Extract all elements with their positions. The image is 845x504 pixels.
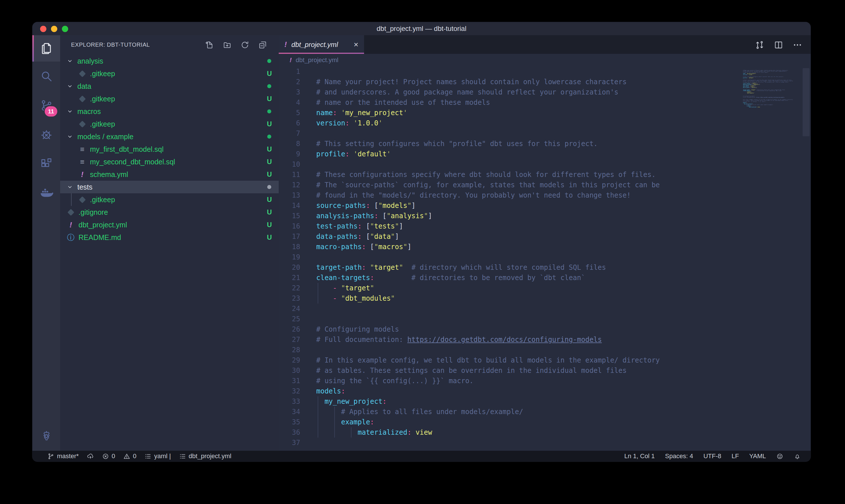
code-line-18[interactable]: macro-paths: ["macros"] [316, 242, 411, 252]
code-line-22[interactable]: - "target" [316, 283, 374, 293]
code-line-20[interactable]: target-path: "target" # directory which … [316, 262, 606, 273]
git-status-badge: U [267, 233, 272, 241]
tree-item-my-first-dbt-model.sql[interactable]: ≡my_first_dbt_model.sqlU [60, 143, 279, 156]
code-line-14[interactable]: source-paths: ["models"] [316, 200, 416, 211]
code-line-29[interactable]: # In this example config, we tell dbt to… [316, 355, 660, 365]
tree-item-dbt-project.yml[interactable]: !dbt_project.ymlU [60, 218, 279, 231]
line-number: 15 [279, 211, 300, 221]
status-spaces-4[interactable]: Spaces: 4 [665, 452, 693, 460]
code-line-9[interactable]: profile: 'default' [316, 149, 391, 159]
title-bar[interactable]: dbt_project.yml — dbt-tutorial [32, 22, 811, 35]
code-line-4[interactable]: # name or the intended use of these mode… [316, 97, 490, 108]
code-line-31[interactable]: # using the `{{ config(...) }}` macro. [316, 376, 473, 386]
activity-item-docker[interactable] [32, 178, 60, 208]
split-editor-button[interactable] [773, 39, 784, 51]
code-line-15[interactable]: analysis-paths: ["analysis"] [316, 211, 432, 221]
editor-scrollbar[interactable] [803, 68, 809, 136]
collapse-all-button[interactable] [257, 39, 268, 51]
new-folder-icon [222, 40, 232, 50]
code-line-23[interactable]: - "dbt_modules" [316, 293, 395, 304]
line-number: 35 [279, 417, 300, 427]
status-outline-list[interactable]: dbt_project.yml [179, 452, 231, 460]
tree-item-data[interactable]: data [60, 80, 279, 92]
code-line-21[interactable]: clean-targets: # directories to be remov… [316, 273, 585, 283]
refresh-button[interactable] [239, 39, 251, 51]
status-yaml[interactable]: YAML [749, 452, 766, 460]
git-status-badge: U [267, 120, 272, 128]
minimap[interactable]: # Name your project! Project names shoul… [742, 67, 801, 451]
activity-item-extensions[interactable] [32, 149, 60, 178]
yaml-warning-icon: ! [290, 56, 292, 64]
close-tab-icon[interactable]: × [354, 41, 358, 49]
code-editor[interactable]: 1234567891011121314151617181920212223242… [279, 67, 811, 451]
tree-item-.gitkeep[interactable]: .gitkeepU [60, 118, 279, 130]
status-label: 0 [112, 452, 115, 460]
code-line-2[interactable]: # Name your project! Project names shoul… [316, 77, 627, 87]
line-number: 2 [279, 77, 300, 87]
status-cloud-upload[interactable] [87, 453, 94, 460]
tree-item-readme.md[interactable]: ⓘREADME.mdU [60, 231, 279, 244]
explorer-sidebar: EXPLORER: DBT-TUTORIAL analysis.gitkeepU… [60, 35, 279, 451]
tree-item-macros[interactable]: macros [60, 105, 279, 118]
breadcrumb[interactable]: ! dbt_project.yml [279, 54, 811, 67]
code-line-6[interactable]: version: '1.0.0' [316, 118, 382, 128]
tree-item-models-example[interactable]: models / example [60, 130, 279, 143]
tree-item-.gitkeep[interactable]: .gitkeepU [60, 67, 279, 80]
new-file-button[interactable] [204, 39, 215, 51]
open-changes-button[interactable] [754, 39, 766, 51]
settings-button[interactable] [32, 426, 60, 446]
line-number: 1 [279, 67, 300, 77]
tree-item-tests[interactable]: tests [60, 181, 279, 193]
tab-dbt-project-yml[interactable]: ! dbt_project.yml × [279, 35, 364, 54]
tree-item-.gitkeep[interactable]: .gitkeepU [60, 92, 279, 105]
line-number: 24 [279, 304, 300, 314]
code-line-12[interactable]: # The `source-paths` config, for example… [316, 180, 660, 190]
code-line-16[interactable]: test-paths: ["tests"] [316, 221, 403, 231]
status-utf-8[interactable]: UTF-8 [703, 452, 721, 460]
code-line-32[interactable]: models: [316, 386, 345, 396]
line-number: 31 [279, 376, 300, 386]
chevron-down-icon [66, 133, 74, 140]
error-circle-icon [102, 453, 109, 460]
status-warning-triangle[interactable]: 0 [123, 452, 136, 460]
status-feedback-smiley[interactable] [776, 453, 784, 460]
code-line-35[interactable]: example: [316, 417, 374, 427]
more-actions-button[interactable] [792, 39, 803, 51]
tree-item-label: .gitkeep [90, 70, 115, 78]
tree-item-.gitkeep[interactable]: .gitkeepU [60, 193, 279, 206]
code-line-36[interactable]: materialized: view [316, 427, 432, 437]
code-line-26[interactable]: # Configuring models [316, 324, 399, 335]
breadcrumb-file-label[interactable]: dbt_project.yml [295, 56, 338, 64]
line-number: 30 [279, 365, 300, 376]
status-label: LF [732, 452, 739, 460]
code-line-33[interactable]: my_new_project: [316, 396, 387, 407]
tree-item-my-second-dbt-model.sql[interactable]: ≡my_second_dbt_model.sqlU [60, 156, 279, 168]
code-line-11[interactable]: # These configurations specify where dbt… [316, 169, 656, 180]
code-line-34[interactable]: # Applies to all files under models/exam… [316, 407, 523, 417]
code-line-30[interactable]: # as tables. These settings can be overr… [316, 365, 627, 376]
git-folder-dot [267, 59, 271, 63]
status-error-circle[interactable]: 0 [102, 452, 115, 460]
activity-item-explorer[interactable] [32, 35, 60, 61]
code-line-8[interactable]: # This setting configures which "profile… [316, 139, 598, 149]
tree-item-analysis[interactable]: analysis [60, 55, 279, 67]
status-git-branch[interactable]: master* [47, 452, 79, 460]
files-icon [39, 41, 53, 55]
code-line-27[interactable]: # Full documentation: https://docs.getdb… [316, 335, 602, 345]
code-line-17[interactable]: data-paths: ["data"] [316, 231, 399, 242]
activity-item-search[interactable] [32, 61, 60, 91]
status-bell[interactable] [794, 453, 801, 460]
status-outline-list[interactable]: yaml | [144, 452, 171, 460]
warning-triangle-icon [123, 453, 130, 460]
code-line-13[interactable]: # found in the "models/" directory. You … [316, 190, 631, 200]
new-folder-button[interactable] [221, 39, 233, 51]
activity-item-run-debug[interactable] [32, 120, 60, 149]
code-line-5[interactable]: name: 'my_new_project' [316, 108, 407, 118]
tree-item-schema.yml[interactable]: !schema.ymlU [60, 168, 279, 181]
activity-item-source-control[interactable]: 11 [32, 91, 60, 120]
status-lf[interactable]: LF [732, 452, 739, 460]
line-number: 5 [279, 108, 300, 118]
code-line-3[interactable]: # and underscores. A good package name s… [316, 87, 618, 97]
tree-item-.gitignore[interactable]: .gitignoreU [60, 206, 279, 218]
status-ln-1-col-1[interactable]: Ln 1, Col 1 [624, 452, 654, 460]
